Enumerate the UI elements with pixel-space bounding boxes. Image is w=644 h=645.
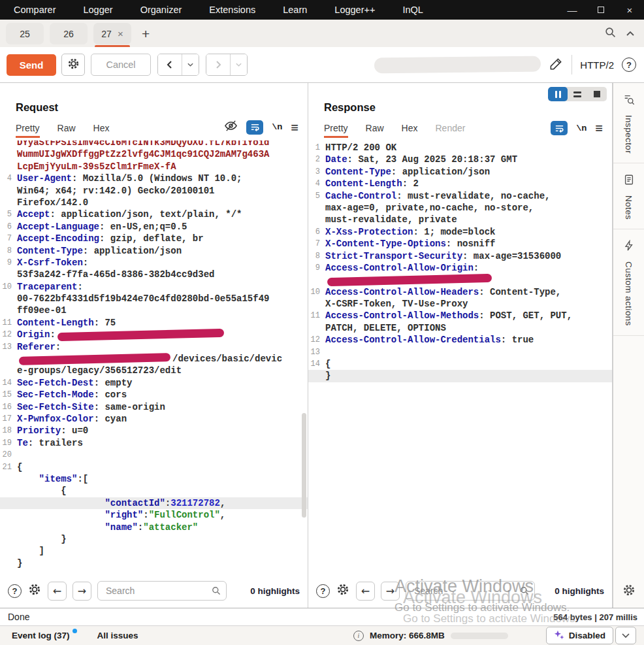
editor-line[interactable]: PATCH, DELETE, OPTIONS	[308, 322, 612, 334]
editor-line[interactable]: 16Sec-Fetch-Site: same-origin	[0, 401, 308, 413]
editor-line[interactable]: 7X-Content-Type-Options: nosniff	[308, 238, 612, 250]
repeater-tab-27[interactable]: 27 ×	[93, 23, 131, 44]
editor-line[interactable]: 20	[0, 449, 308, 461]
menu-inql[interactable]: InQL	[389, 0, 436, 20]
editor-line[interactable]: 8Content-Type: application/json	[0, 245, 308, 257]
editor-line[interactable]: X-CSRF-Token, TV-Use-Proxy	[308, 298, 612, 310]
response-tab-pretty[interactable]: Pretty	[324, 123, 348, 138]
editor-line[interactable]: 21{	[0, 461, 308, 473]
burp-ai-button[interactable]: Disabled	[546, 627, 613, 644]
editor-line[interactable]: 12Access-Control-Allow-Credentials: true	[308, 334, 612, 346]
forward-history-dropdown[interactable]	[230, 54, 247, 75]
editor-line[interactable]: 8Strict-Transport-Security: max-age=3153…	[308, 250, 612, 262]
newline-toggle[interactable]: \n	[272, 122, 282, 132]
request-tab-raw[interactable]: Raw	[57, 123, 76, 138]
search-icon[interactable]	[604, 26, 617, 41]
previous-match-button[interactable]: ←	[48, 582, 67, 601]
request-scrollbar[interactable]	[302, 413, 306, 518]
menu-logger-plus-plus[interactable]: Logger++	[321, 0, 389, 20]
editor-line[interactable]: 10Traceparent:	[0, 281, 308, 293]
response-search-input[interactable]	[406, 581, 535, 601]
sidebar-tab-custom-actions[interactable]: Custom actions	[613, 229, 644, 336]
settings-gear-icon[interactable]	[622, 583, 636, 600]
editor-line[interactable]: 18Priority: u=0	[0, 425, 308, 437]
minimize-icon[interactable]: —	[558, 0, 587, 20]
response-editor[interactable]: 1HTTP/2 200 OK2Date: Sat, 23 Aug 2025 20…	[308, 141, 612, 574]
word-wrap-button[interactable]	[246, 120, 263, 135]
editor-line[interactable]: 13Referer:	[0, 341, 308, 353]
event-log-button[interactable]: Event log (37)	[12, 631, 70, 640]
forward-button[interactable]	[206, 54, 230, 75]
editor-line[interactable]: 15Sec-Fetch-Mode: cors	[0, 389, 308, 401]
menu-comparer[interactable]: Comparer	[0, 0, 69, 20]
editor-line[interactable]: 5Cache-Control: must-revalidate, no-cach…	[308, 190, 612, 202]
editor-line[interactable]: "items":[	[0, 473, 308, 485]
editor-line[interactable]: 6X-Xss-Protection: 1; mode=block	[308, 226, 612, 238]
editor-menu-icon[interactable]: ≡	[595, 122, 603, 135]
editor-line[interactable]: {	[0, 485, 308, 497]
editor-line[interactable]: 11Access-Control-Allow-Methods: POST, GE…	[308, 310, 612, 322]
editor-line[interactable]: "name":"attacker"	[0, 521, 308, 533]
word-wrap-button[interactable]	[551, 121, 568, 135]
request-search-input[interactable]	[97, 581, 227, 601]
sidebar-tab-notes[interactable]: Notes	[613, 163, 644, 229]
layout-rows-button[interactable]	[568, 87, 587, 101]
previous-match-button[interactable]: ←	[356, 582, 375, 601]
menu-organizer[interactable]: Organizer	[127, 0, 196, 20]
burp-ai-dropdown[interactable]	[615, 627, 636, 644]
editor-line[interactable]: 14Sec-Fetch-Dest: empty	[0, 377, 308, 389]
editor-line[interactable]: must-revalidate, private	[308, 214, 612, 225]
editor-line[interactable]: 4User-Agent: Mozilla/5.0 (Windows NT 10.…	[0, 173, 308, 184]
new-tab-button[interactable]: +	[142, 27, 150, 41]
response-tab-raw[interactable]: Raw	[366, 123, 384, 138]
close-icon[interactable]: ×	[615, 0, 644, 20]
editor-line[interactable]: 3Content-Type: application/json	[308, 166, 612, 178]
editor-line[interactable]: 1HTTP/2 200 OK	[308, 142, 612, 154]
editor-line[interactable]: 10Access-Control-Allow-Headers: Content-…	[308, 286, 612, 298]
next-match-button[interactable]: →	[381, 582, 400, 601]
search-help-icon[interactable]: ?	[8, 584, 22, 598]
request-tab-hex[interactable]: Hex	[93, 123, 110, 138]
info-icon[interactable]: i	[353, 631, 364, 641]
editor-line[interactable]: "contactId":321172782,	[0, 497, 308, 509]
search-settings-gear-icon[interactable]	[27, 582, 42, 599]
editor-line[interactable]: 7Accept-Encoding: gzip, deflate, br	[0, 233, 308, 244]
editor-line[interactable]: 4Content-Length: 2	[308, 178, 612, 190]
request-tab-pretty[interactable]: Pretty	[16, 123, 40, 138]
all-issues-button[interactable]: All issues	[97, 631, 138, 640]
back-button[interactable]	[158, 54, 182, 75]
editor-line[interactable]: /devices/basic/devic	[0, 353, 308, 365]
layout-columns-button[interactable]	[548, 87, 568, 101]
editor-line[interactable]: 9Access-Control-Allow-Origin:	[308, 262, 612, 274]
editor-line[interactable]: 11Content-Length: 75	[0, 317, 308, 329]
send-button[interactable]: Send	[7, 54, 56, 76]
newline-toggle[interactable]: \n	[576, 124, 587, 133]
editor-line[interactable]: }	[0, 533, 308, 545]
response-tab-hex[interactable]: Hex	[402, 123, 418, 138]
editor-line[interactable]: max-age=0, private,no-cache, no-store,	[308, 202, 612, 214]
editor-line[interactable]: Win64; x64; rv:142.0) Gecko/20100101	[0, 185, 308, 197]
editor-line[interactable]: 19Te: trailers	[0, 437, 308, 449]
edit-target-icon[interactable]	[549, 56, 564, 74]
menu-learn[interactable]: Learn	[269, 0, 321, 20]
editor-line[interactable]: 2Date: Sat, 23 Aug 2025 20:18:37 GMT	[308, 154, 612, 165]
chevron-up-icon[interactable]	[626, 27, 635, 39]
back-history-dropdown[interactable]	[182, 54, 199, 75]
editor-line[interactable]: 53f3a242-f7fa-465d-8386-382b4cc9d3ed	[0, 269, 308, 280]
http-version-label[interactable]: HTTP/2	[580, 59, 614, 71]
close-tab-icon[interactable]: ×	[118, 29, 123, 39]
editor-line[interactable]: ]	[0, 545, 308, 557]
editor-line[interactable]: 17X-Pwnfox-Color: cyan	[0, 413, 308, 425]
repeater-tab-26[interactable]: 26	[50, 23, 88, 44]
editor-line[interactable]: 6Accept-Language: en-US,en;q=0.5	[0, 221, 308, 233]
next-match-button[interactable]: →	[72, 582, 91, 601]
editor-line[interactable]: 5Accept: application/json, text/plain, *…	[0, 208, 308, 220]
sidebar-tab-inspector[interactable]: Inspector	[613, 83, 644, 163]
request-editor[interactable]: DYyaStFPSIsImV4cCI6MTcINTk3MDQyOXU.fL7kb…	[0, 141, 308, 574]
menu-extensions[interactable]: Extensions	[195, 0, 269, 20]
editor-line[interactable]: "right":"FullControl",	[0, 509, 308, 521]
editor-line[interactable]: WummUIJgWXDffggPtZz2lvfg4CJM1qc91CQJ2mAM…	[0, 148, 308, 160]
search-help-icon[interactable]: ?	[316, 584, 330, 598]
editor-line[interactable]: e-groups/legacy/356512723/edit	[0, 365, 308, 376]
maximize-icon[interactable]	[587, 0, 615, 20]
